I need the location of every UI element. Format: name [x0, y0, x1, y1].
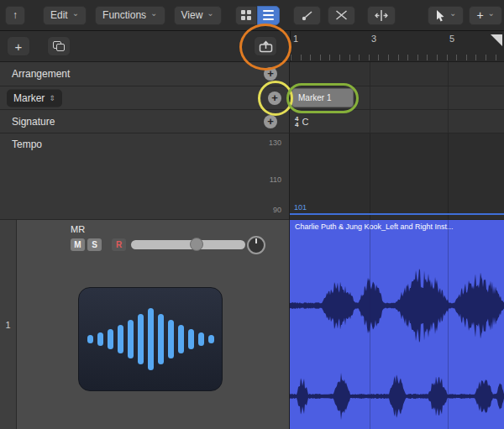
record-enable-button[interactable]: R — [112, 238, 126, 251]
pointer-tool-button[interactable]: ⌄ — [428, 6, 464, 25]
track-number: 1 — [5, 320, 10, 330]
tempo-label: Tempo — [12, 139, 42, 150]
signature-label: Signature — [12, 116, 55, 128]
audio-region[interactable]: Charlie Puth & Jung Kook_Left and Right … — [290, 220, 504, 429]
marker-lane[interactable]: Marker 1 — [290, 86, 504, 110]
bar-number: 5 — [449, 34, 454, 44]
functions-menu-label: Functions — [102, 9, 146, 21]
duplicate-icon — [53, 41, 66, 52]
arrangement-label: Arrangement — [12, 68, 70, 80]
solo-label: S — [92, 240, 97, 249]
tempo-current-value: 101 — [294, 203, 307, 212]
crosshair-plus-icon: + — [476, 8, 483, 22]
functions-menu-button[interactable]: Functions ⌄ — [95, 6, 165, 25]
marker-region-label: Marker 1 — [298, 93, 331, 102]
arrangement-track-header[interactable]: Arrangement + — [0, 62, 290, 86]
bar-number: 1 — [293, 34, 298, 44]
grid-icon — [241, 10, 251, 20]
tempo-track-row: Tempo 130 110 90 101 — [0, 133, 504, 220]
solo-button[interactable]: S — [87, 238, 102, 251]
crossfade-tool-button[interactable] — [328, 6, 355, 25]
signature-lane[interactable]: 4 4 C — [290, 110, 504, 133]
global-tracks: Arrangement + Marker ⇕ + — [0, 62, 504, 220]
global-tracks-button[interactable] — [254, 36, 277, 56]
marker-set-popup[interactable]: Marker ⇕ — [7, 89, 62, 107]
pointer-arrow-icon — [435, 9, 445, 22]
grid-view-button[interactable] — [235, 6, 257, 25]
list-icon — [263, 10, 274, 20]
record-label: R — [116, 240, 122, 249]
marker-region[interactable]: Marker 1 — [291, 88, 354, 107]
add-marker-button[interactable]: + — [268, 92, 281, 105]
secondary-tool-button[interactable]: + ⌄ — [469, 6, 502, 25]
add-signature-button[interactable]: + — [264, 115, 277, 128]
edit-menu-label: Edit — [50, 9, 68, 21]
track-area: 1 MR M S R — [0, 220, 504, 429]
chevron-down-icon: ⌄ — [207, 10, 213, 17]
duplicate-track-button[interactable] — [47, 36, 71, 56]
waveform-right-channel — [290, 366, 504, 426]
split-icon — [375, 9, 388, 22]
audio-region-title: Charlie Puth & Jung Kook_Left and Right … — [295, 222, 499, 231]
automation-tool-button[interactable] — [293, 6, 321, 25]
chevron-down-icon: ⌄ — [72, 10, 79, 17]
track-waveform-icon — [78, 287, 223, 391]
track-number-strip[interactable]: 1 — [0, 220, 17, 429]
crossfade-icon — [335, 9, 348, 21]
mute-button[interactable]: M — [71, 238, 85, 251]
volume-knob[interactable] — [190, 238, 203, 251]
signature-track-row: Signature + 4 4 C — [0, 110, 504, 133]
view-menu-label: View — [181, 9, 203, 21]
key-signature: C — [302, 117, 308, 127]
ruler-ticks — [291, 55, 504, 60]
automation-icon — [301, 9, 313, 22]
volume-slider[interactable] — [131, 240, 245, 249]
track-name: MR — [71, 224, 85, 234]
up-down-chevron-icon: ⇕ — [49, 94, 55, 102]
track-header[interactable]: MR M S R — [17, 220, 290, 429]
up-arrow-icon: ↑ — [13, 9, 18, 21]
playhead-marker[interactable] — [491, 34, 502, 46]
view-menu-button[interactable]: View ⌄ — [174, 6, 222, 25]
nudge-up-button[interactable]: ↑ — [5, 6, 25, 25]
marker-track-header[interactable]: Marker ⇕ + — [0, 86, 290, 110]
add-track-button[interactable]: + — [7, 36, 30, 56]
signature-track-header[interactable]: Signature + — [0, 110, 290, 133]
time-signature-display[interactable]: 4 4 C — [295, 116, 308, 128]
tempo-lane[interactable]: 101 — [290, 133, 504, 220]
signature-denominator: 4 — [295, 122, 298, 128]
split-tool-button[interactable] — [367, 6, 396, 25]
tempo-scale-value: 130 — [269, 139, 281, 147]
pan-knob[interactable] — [247, 236, 265, 254]
arrangement-track-row: Arrangement + — [0, 62, 504, 86]
edit-menu-button[interactable]: Edit ⌄ — [43, 6, 87, 25]
bar-ruler[interactable]: 1 3 5 — [290, 31, 504, 61]
bar-number: 3 — [371, 34, 376, 44]
tempo-scale-value: 90 — [273, 206, 281, 214]
tempo-curve-line[interactable] — [290, 213, 504, 215]
list-view-button[interactable] — [257, 6, 280, 25]
track-header-toolbar: + 1 3 5 — [0, 31, 504, 62]
chevron-down-icon: ⌄ — [488, 10, 495, 17]
arrangement-lane[interactable] — [290, 62, 504, 86]
chevron-down-icon: ⌄ — [150, 10, 157, 17]
tempo-track-header[interactable]: Tempo 130 110 90 — [0, 133, 290, 220]
marker-track-row: Marker ⇕ + Marker 1 — [0, 86, 504, 110]
chevron-down-icon: ⌄ — [449, 10, 456, 17]
global-tracks-icon — [259, 40, 273, 53]
mute-label: M — [74, 240, 81, 249]
main-toolbar: ↑ Edit ⌄ Functions ⌄ View ⌄ — [0, 0, 504, 31]
marker-label: Marker — [13, 92, 45, 104]
view-mode-segmented-control — [235, 6, 280, 25]
plus-icon: + — [15, 39, 23, 54]
tempo-scale-value: 110 — [270, 175, 281, 184]
add-arrangement-button[interactable]: + — [264, 67, 277, 81]
waveform-left-channel — [290, 250, 504, 361]
logic-pro-window: ↑ Edit ⌄ Functions ⌄ View ⌄ — [0, 0, 504, 429]
